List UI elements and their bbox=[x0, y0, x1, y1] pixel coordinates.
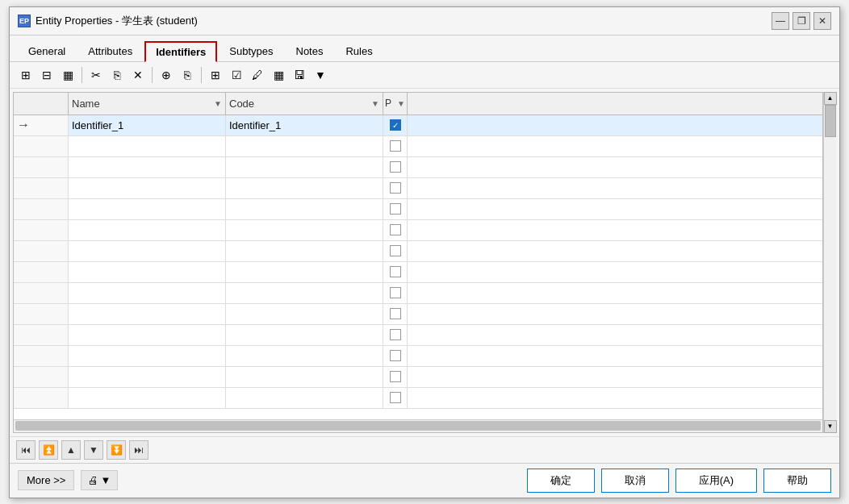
name-cell[interactable] bbox=[69, 346, 226, 366]
code-cell[interactable] bbox=[226, 220, 383, 240]
p-cell[interactable] bbox=[383, 304, 408, 324]
table-row[interactable] bbox=[14, 262, 822, 283]
name-cell[interactable] bbox=[69, 178, 226, 198]
p-cell[interactable] bbox=[383, 283, 408, 303]
name-cell[interactable] bbox=[69, 220, 226, 240]
name-cell[interactable]: Identifier_1 bbox=[69, 115, 226, 135]
maximize-button[interactable]: ❐ bbox=[793, 12, 810, 30]
checkbox-unchecked-icon[interactable] bbox=[390, 266, 401, 277]
code-cell[interactable] bbox=[226, 199, 383, 219]
nav-next-page-button[interactable]: ⏬ bbox=[107, 440, 126, 460]
horizontal-scrollbar[interactable] bbox=[14, 419, 822, 432]
scroll-thumb[interactable] bbox=[825, 105, 836, 137]
nav-first-button[interactable]: ⏮ bbox=[16, 440, 36, 460]
p-cell[interactable] bbox=[383, 220, 408, 240]
toolbar-filter-button[interactable]: 🖊 bbox=[248, 65, 267, 85]
toolbar-deselect-button[interactable]: ☑ bbox=[227, 65, 246, 85]
table-row[interactable] bbox=[14, 157, 822, 178]
name-cell[interactable] bbox=[69, 388, 226, 408]
checkbox-checked-icon[interactable] bbox=[390, 119, 401, 131]
toolbar-cut-button[interactable]: ✂ bbox=[86, 65, 106, 85]
checkbox-unchecked-icon[interactable] bbox=[390, 392, 401, 403]
toolbar-columns-button[interactable]: ▦ bbox=[269, 65, 288, 85]
toolbar-copy-button[interactable]: ⎘ bbox=[107, 65, 127, 85]
tab-identifiers[interactable]: Identifiers bbox=[144, 41, 217, 62]
toolbar-grid-button[interactable]: ▦ bbox=[58, 65, 77, 85]
name-cell[interactable] bbox=[69, 241, 226, 261]
checkbox-unchecked-icon[interactable] bbox=[390, 245, 401, 256]
nav-next-button[interactable]: ▼ bbox=[84, 440, 103, 460]
tab-general[interactable]: General bbox=[18, 41, 76, 62]
checkbox-unchecked-icon[interactable] bbox=[390, 140, 401, 152]
checkbox-unchecked-icon[interactable] bbox=[390, 371, 401, 382]
header-code-sort[interactable]: ▼ bbox=[371, 99, 379, 108]
p-cell[interactable] bbox=[383, 115, 408, 135]
code-cell[interactable] bbox=[226, 388, 383, 408]
p-cell[interactable] bbox=[383, 346, 408, 366]
confirm-button[interactable]: 确定 bbox=[527, 469, 595, 493]
minimize-button[interactable]: — bbox=[772, 12, 789, 30]
help-button[interactable]: 帮助 bbox=[763, 469, 831, 493]
table-row[interactable] bbox=[14, 283, 822, 304]
scroll-down-button[interactable]: ▼ bbox=[824, 420, 837, 433]
p-cell[interactable] bbox=[383, 325, 408, 345]
toolbar-duplicate-button[interactable]: ⎘ bbox=[178, 65, 197, 85]
code-cell[interactable] bbox=[226, 241, 383, 261]
name-cell[interactable] bbox=[69, 199, 226, 219]
table-row[interactable]: → Identifier_1 Identifier_1 bbox=[14, 115, 822, 136]
p-cell[interactable] bbox=[383, 262, 408, 282]
nav-last-button[interactable]: ⏭ bbox=[129, 440, 148, 460]
print-button[interactable]: 🖨 ▼ bbox=[81, 470, 118, 490]
nav-prev-page-button[interactable]: ⏫ bbox=[39, 440, 58, 460]
code-cell[interactable] bbox=[226, 262, 383, 282]
p-cell[interactable] bbox=[383, 136, 408, 156]
table-row[interactable] bbox=[14, 220, 822, 241]
nav-prev-button[interactable]: ▲ bbox=[61, 440, 81, 460]
apply-button[interactable]: 应用(A) bbox=[675, 469, 757, 493]
table-row[interactable] bbox=[14, 136, 822, 157]
table-row[interactable] bbox=[14, 325, 822, 346]
header-p-sort[interactable]: ▼ bbox=[397, 99, 405, 108]
checkbox-unchecked-icon[interactable] bbox=[390, 161, 401, 173]
tab-attributes[interactable]: Attributes bbox=[77, 41, 143, 62]
vertical-scrollbar[interactable]: ▲ ▼ bbox=[823, 92, 836, 433]
p-cell[interactable] bbox=[383, 367, 408, 387]
checkbox-unchecked-icon[interactable] bbox=[390, 203, 401, 215]
p-cell[interactable] bbox=[383, 388, 408, 408]
checkbox-unchecked-icon[interactable] bbox=[390, 329, 401, 340]
table-row[interactable] bbox=[14, 241, 822, 262]
name-cell[interactable] bbox=[69, 304, 226, 324]
table-row[interactable] bbox=[14, 178, 822, 199]
toolbar-table-button[interactable]: ⊟ bbox=[37, 65, 56, 85]
code-cell[interactable] bbox=[226, 346, 383, 366]
name-cell[interactable] bbox=[69, 157, 226, 177]
code-cell[interactable] bbox=[226, 283, 383, 303]
code-cell[interactable] bbox=[226, 367, 383, 387]
table-row[interactable] bbox=[14, 304, 822, 325]
name-cell[interactable] bbox=[69, 325, 226, 345]
tab-subtypes[interactable]: Subtypes bbox=[219, 41, 283, 62]
grid-body[interactable]: → Identifier_1 Identifier_1 bbox=[14, 115, 822, 419]
tab-notes[interactable]: Notes bbox=[286, 41, 334, 62]
close-button[interactable]: ✕ bbox=[813, 12, 831, 30]
name-cell[interactable] bbox=[69, 136, 226, 156]
code-cell[interactable] bbox=[226, 178, 383, 198]
scroll-up-button[interactable]: ▲ bbox=[824, 92, 837, 105]
code-cell[interactable] bbox=[226, 136, 383, 156]
p-cell[interactable] bbox=[383, 199, 408, 219]
toolbar-more-dropdown[interactable]: ▼ bbox=[311, 66, 330, 84]
checkbox-unchecked-icon[interactable] bbox=[390, 350, 401, 361]
tab-rules[interactable]: Rules bbox=[335, 41, 383, 62]
table-row[interactable] bbox=[14, 346, 822, 367]
p-cell[interactable] bbox=[383, 241, 408, 261]
toolbar-delete-button[interactable]: ✕ bbox=[128, 65, 148, 85]
table-row[interactable] bbox=[14, 388, 822, 409]
table-row[interactable] bbox=[14, 367, 822, 388]
table-row[interactable] bbox=[14, 199, 822, 220]
code-cell[interactable]: Identifier_1 bbox=[226, 115, 383, 135]
toolbar-new-button[interactable]: ⊕ bbox=[157, 65, 176, 85]
p-cell[interactable] bbox=[383, 157, 408, 177]
hscroll-track[interactable] bbox=[15, 421, 821, 431]
checkbox-unchecked-icon[interactable] bbox=[390, 224, 401, 235]
checkbox-unchecked-icon[interactable] bbox=[390, 308, 401, 319]
